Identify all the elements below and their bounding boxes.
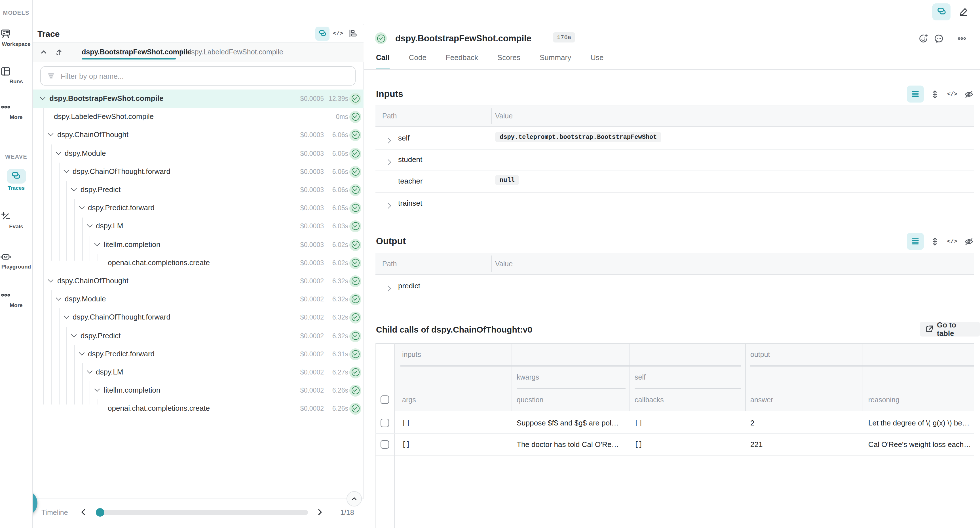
trace-tree-row[interactable]: dspy.LabeledFewShot.compile 0ms <box>32 108 364 126</box>
timeline-slider-thumb[interactable] <box>96 508 104 517</box>
list-view-icon[interactable] <box>907 86 924 103</box>
breadcrumb-tab-secondary[interactable]: dspy.LabeledFewShot.compile <box>187 48 283 56</box>
output-header-divider <box>491 255 492 272</box>
trace-tree-row[interactable]: openai.chat.completions.create $0.0003 6… <box>32 254 364 272</box>
expand-row-icon[interactable] <box>386 157 392 167</box>
expand-values-icon[interactable] <box>929 88 940 100</box>
sidebar-item-traces[interactable]: Traces <box>0 169 32 191</box>
trace-view-icon[interactable] <box>932 3 950 21</box>
row-checkbox[interactable] <box>380 419 389 427</box>
call-title: dspy.BootstrapFewShot.compile <box>395 33 531 44</box>
code-view-icon[interactable]: </> <box>947 236 958 247</box>
success-status-icon <box>349 311 361 323</box>
expand-row-icon[interactable] <box>386 283 392 293</box>
row-checkbox[interactable] <box>380 440 389 449</box>
output-col-path: Path <box>382 260 397 268</box>
go-to-parent-icon[interactable] <box>54 46 64 59</box>
trace-tree-row[interactable]: dspy.ChainOfThought.forward $0.0003 6.06… <box>32 163 364 181</box>
sidebar-item-more-models[interactable]: More <box>0 101 32 120</box>
timeline-label: Timeline <box>41 509 68 517</box>
chevron-down-icon[interactable] <box>48 133 54 137</box>
input-path: self <box>398 134 409 142</box>
input-value-chip[interactable]: dspy.teleprompt.bootstrap.BootstrapFewSh… <box>495 132 662 142</box>
more-menu-icon[interactable] <box>955 32 969 45</box>
output-table-header <box>375 253 974 275</box>
annotate-pen-icon[interactable] <box>956 5 971 19</box>
chevron-down-icon[interactable] <box>80 352 85 356</box>
input-value-chip[interactable]: null <box>495 175 519 185</box>
tree-view-icon[interactable] <box>315 27 329 41</box>
tab-scores[interactable]: Scores <box>497 53 520 70</box>
tab-call[interactable]: Call <box>376 53 390 70</box>
trace-tree-row[interactable]: dspy.ChainOfThought $0.0003 6.06s <box>32 126 364 144</box>
tab-feedback[interactable]: Feedback <box>446 53 478 70</box>
chevron-down-icon[interactable] <box>56 297 62 301</box>
trace-tree-row[interactable]: litellm.completion $0.0003 6.02s <box>32 236 364 254</box>
op-filter-input[interactable] <box>60 71 355 81</box>
chevron-down-icon[interactable] <box>72 187 77 192</box>
trace-tree-row[interactable]: dspy.Module $0.0002 6.32s <box>32 290 364 308</box>
sidebar-item-more-weave[interactable]: More <box>0 290 32 308</box>
trace-tree-row[interactable]: dspy.LM $0.0003 6.03s <box>32 217 364 235</box>
flame-view-icon[interactable] <box>348 28 359 39</box>
sidebar-item-evals[interactable]: Evals <box>0 211 32 230</box>
trace-tree-row[interactable]: dspy.Predict.forward $0.0003 6.05s <box>32 199 364 217</box>
chevron-down-icon[interactable] <box>88 370 93 374</box>
timeline-next-icon[interactable] <box>317 508 323 516</box>
hide-values-icon[interactable] <box>963 236 974 247</box>
timeline-prev-icon[interactable] <box>80 508 87 516</box>
chevron-down-icon[interactable] <box>64 170 70 174</box>
expand-row-icon[interactable] <box>386 201 392 211</box>
cell-question: Suppose $f$ and $g$ are pol… <box>517 419 624 427</box>
select-all-checkbox[interactable] <box>380 395 389 404</box>
expand-values-icon[interactable] <box>929 236 940 247</box>
chevron-down-icon[interactable] <box>88 224 93 228</box>
trace-tree-row[interactable]: dspy.Predict $0.0003 6.06s <box>32 181 364 199</box>
tab-code[interactable]: Code <box>409 53 426 70</box>
call-version-badge[interactable]: 176a <box>553 32 575 43</box>
code-view-icon[interactable]: </> <box>332 28 344 39</box>
trace-tree-row[interactable]: dspy.ChainOfThought $0.0002 6.32s <box>32 272 364 290</box>
output-section-title: Output <box>376 236 406 246</box>
chevron-down-icon[interactable] <box>56 151 62 156</box>
chevron-down-icon[interactable] <box>95 388 100 393</box>
success-status-icon <box>349 239 361 251</box>
inputs-col-value: Value <box>495 112 513 120</box>
trace-tree-row[interactable]: dspy.ChainOfThought.forward $0.0002 6.32… <box>32 308 364 326</box>
sidebar-item-playground[interactable]: Playground <box>0 251 32 270</box>
collapse-timeline-button[interactable] <box>347 491 362 506</box>
trace-tree-row[interactable]: dspy.Predict $0.0002 6.32s <box>32 327 364 345</box>
sidebar-item-workspace[interactable]: Workspace <box>0 29 32 47</box>
sidebar-section-models: MODELS <box>0 10 32 16</box>
add-reaction-icon[interactable] <box>917 32 929 45</box>
sidebar-item-runs[interactable]: Runs <box>0 66 32 84</box>
comment-icon[interactable] <box>933 32 945 45</box>
chevron-down-icon[interactable] <box>48 279 54 283</box>
code-view-icon[interactable]: </> <box>947 88 958 100</box>
trace-tree-row[interactable]: dspy.Module $0.0003 6.06s <box>32 144 364 163</box>
hide-values-icon[interactable] <box>963 88 974 100</box>
chevron-down-icon[interactable] <box>40 96 46 101</box>
trace-tree-row[interactable]: openai.chat.completions.create $0.0002 6… <box>32 400 364 417</box>
trace-tree-row[interactable]: litellm.completion $0.0002 6.26s <box>32 381 364 400</box>
column-divider <box>512 344 512 411</box>
chevron-down-icon[interactable] <box>64 315 70 320</box>
trace-tree-row[interactable]: dspy.BootstrapFewShot.compile $0.0005 12… <box>32 89 364 108</box>
timeline-slider-track[interactable] <box>96 510 308 515</box>
list-view-icon[interactable] <box>907 233 924 250</box>
trace-tree-row[interactable]: dspy.Predict.forward $0.0002 6.31s <box>32 345 364 363</box>
chevron-down-icon[interactable] <box>72 334 77 338</box>
tab-use[interactable]: Use <box>590 53 603 70</box>
chevron-down-icon[interactable] <box>95 243 100 247</box>
sub-header-kwargs: kwargs <box>517 373 539 381</box>
trace-tree-row[interactable]: dspy.LM $0.0002 6.27s <box>32 363 364 381</box>
chevron-down-icon[interactable] <box>80 206 85 210</box>
collapse-tree-icon[interactable] <box>38 46 49 59</box>
breadcrumb-tab-active[interactable]: dspy.BootstrapFewShot.compile <box>82 48 191 56</box>
row-divider <box>375 149 974 149</box>
tab-summary[interactable]: Summary <box>539 53 571 70</box>
expand-row-icon[interactable] <box>386 135 392 146</box>
success-status-icon <box>349 184 361 196</box>
go-to-table-button[interactable]: Go to table <box>920 322 980 336</box>
success-status-icon <box>349 202 361 214</box>
